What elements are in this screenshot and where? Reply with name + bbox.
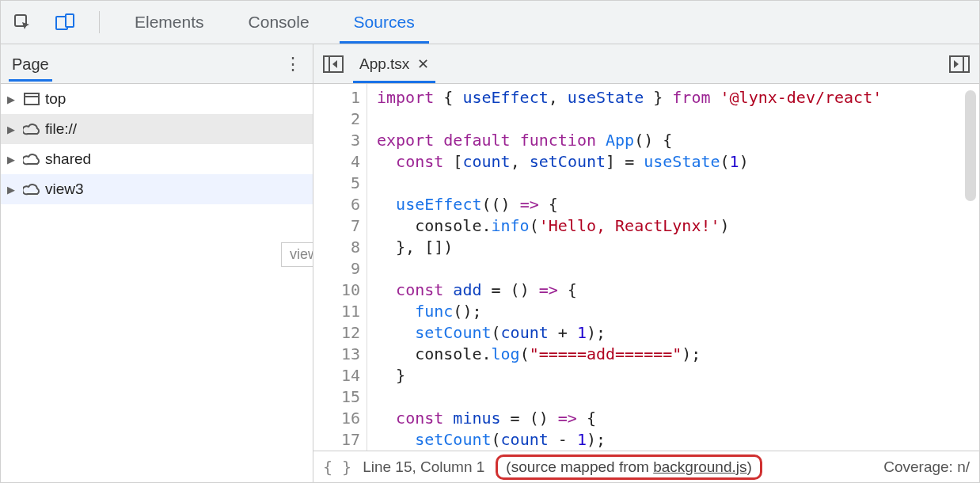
svg-rect-2 (66, 14, 74, 27)
toolbar-divider (99, 11, 100, 33)
tree-item-label: file:// (45, 120, 77, 138)
line-gutter: 1234567891011121314151617 (313, 84, 367, 451)
main-area: Page ⋮ ▶ top ▶ file:// (1, 44, 979, 482)
navigator-more-icon[interactable]: ⋮ (284, 54, 302, 74)
tree-item-label: shared (45, 150, 91, 168)
navigator-tab-page[interactable]: Page (12, 55, 49, 82)
file-tab-app-tsx[interactable]: App.tsx ✕ (355, 44, 434, 83)
scrollbar-thumb[interactable] (965, 90, 976, 201)
chevron-right-icon: ▶ (7, 93, 18, 105)
window-icon (23, 90, 40, 108)
tree-item-label: view3 (45, 181, 84, 198)
tree-item-label: top (45, 90, 66, 108)
editor-panel: App.tsx ✕ 1234567891011121314151617 impo… (313, 44, 979, 482)
tree-item-file[interactable]: ▶ file:// (1, 114, 313, 144)
close-icon[interactable]: ✕ (417, 55, 429, 73)
devtools-window: Elements Console Sources Page ⋮ ▶ top ▶ (0, 0, 980, 483)
tree-item-view3[interactable]: ▶ view3 (1, 174, 313, 204)
svg-rect-3 (25, 93, 39, 105)
debugger-toggle-icon[interactable] (948, 52, 971, 76)
svg-rect-7 (950, 56, 969, 72)
navigator-header: Page ⋮ (1, 44, 313, 84)
mapped-prefix: (source mapped from (506, 458, 653, 475)
pretty-print-icon[interactable]: { } (323, 458, 351, 477)
file-tree: ▶ top ▶ file:// ▶ (1, 84, 313, 482)
inspect-element-icon[interactable] (9, 9, 36, 36)
tree-item-shared[interactable]: ▶ shared (1, 144, 313, 174)
device-toggle-icon[interactable] (51, 9, 78, 36)
mapped-source-link[interactable]: background.js (653, 458, 746, 475)
code-content[interactable]: import { useEffect, useState } from '@ly… (367, 84, 979, 451)
cursor-position: Line 15, Column 1 (363, 458, 484, 476)
navigator-panel: Page ⋮ ▶ top ▶ file:// (1, 44, 313, 482)
file-tab-label: App.tsx (359, 55, 409, 73)
cloud-icon (23, 181, 40, 198)
chevron-right-icon: ▶ (7, 124, 18, 135)
top-tab-bar: Elements Console Sources (1, 1, 979, 44)
chevron-right-icon: ▶ (7, 154, 18, 165)
editor-tab-bar: App.tsx ✕ (313, 44, 979, 84)
code-editor[interactable]: 1234567891011121314151617 import { useEf… (313, 84, 979, 451)
tree-item-top[interactable]: ▶ top (1, 84, 313, 114)
tree-tooltip: view3 (281, 242, 313, 267)
chevron-right-icon: ▶ (7, 184, 18, 196)
cloud-icon (23, 150, 40, 168)
cloud-icon (23, 120, 40, 138)
navigator-toggle-icon[interactable] (321, 52, 345, 76)
tab-sources[interactable]: Sources (340, 1, 429, 44)
source-mapped-callout: (source mapped from background.js) (496, 454, 762, 480)
editor-status-bar: { } Line 15, Column 1 (source mapped fro… (313, 451, 979, 482)
tab-console[interactable]: Console (234, 1, 324, 44)
tab-elements[interactable]: Elements (120, 1, 218, 44)
mapped-suffix: ) (747, 458, 752, 475)
coverage-label: Coverage: n/ (883, 458, 970, 476)
